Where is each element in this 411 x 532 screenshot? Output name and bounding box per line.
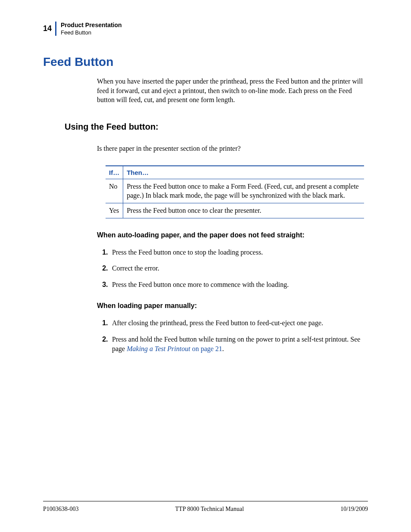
steps-auto-load: Press the Feed button once to stop the l… [97,248,368,289]
cell-then: Press the Feed button once to clear the … [123,203,364,218]
footer-doc-id: P1003638-003 [43,506,78,513]
list-item: Press the Feed button once more to comme… [110,280,368,289]
cell-then: Press the Feed button once to make a For… [123,179,364,203]
table-row: No Press the Feed button once to make a … [106,179,364,203]
table-header-then: Then… [123,166,364,179]
cross-reference-page[interactable]: on page 21 [190,345,222,352]
intro-paragraph: When you have inserted the paper under t… [97,77,366,105]
page-title: Feed Button [43,55,368,69]
table-header-if: If… [106,166,123,179]
question-text: Is there paper in the presenter section … [97,145,368,152]
list-item: After closing the printhead, press the F… [110,318,368,328]
list-item: Press the Feed button once to stop the l… [110,248,368,257]
page-footer: P1003638-003 TTP 8000 Technical Manual 1… [43,501,368,513]
page-number: 14 [43,24,55,33]
footer-date: 10/19/2009 [340,506,368,513]
step-text-post: . [222,345,224,352]
chapter-name: Product Presentation [61,22,122,28]
running-header: 14 Product Presentation Feed Button [43,22,368,36]
cross-reference-link[interactable]: Making a Test Printout [127,345,190,352]
list-item: Correct the error. [110,264,368,273]
section-name: Feed Button [61,29,122,36]
table-row: Yes Press the Feed button once to clear … [106,203,364,218]
if-then-table: If… Then… No Press the Feed button once … [106,165,364,218]
footer-rule [43,501,368,501]
cell-if: Yes [106,203,123,218]
header-divider: Product Presentation Feed Button [55,22,122,36]
subheading-manual-load: When loading paper manually: [97,302,368,310]
footer-doc-title: TTP 8000 Technical Manual [175,506,244,513]
list-item: Press and hold the Feed button while tur… [110,335,368,353]
subheading-auto-load: When auto-loading paper, and the paper d… [97,231,368,239]
steps-manual-load: After closing the printhead, press the F… [97,318,368,353]
cell-if: No [106,179,123,203]
subsection-heading: Using the Feed button: [65,122,368,132]
